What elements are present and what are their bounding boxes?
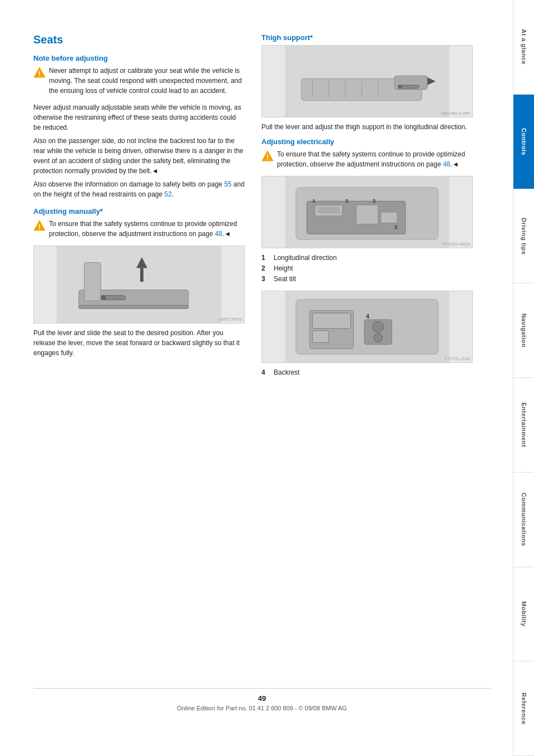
- svg-text:2: 2: [394, 224, 398, 230]
- svg-rect-8: [140, 268, 144, 282]
- thigh-support-heading: Thigh support*: [261, 33, 473, 42]
- right-column: Thigh support*: [261, 33, 473, 677]
- svg-point-17: [398, 85, 402, 89]
- svg-rect-9: [103, 296, 125, 300]
- list-item-3: 3 Seat tilt: [261, 274, 473, 284]
- note-warning-text: Never attempt to adjust or calibrate you…: [49, 66, 245, 96]
- elec-warning-block: ! To ensure that the safety systems cont…: [261, 149, 473, 173]
- backrest-image-watermark: Y7Y7TL-01N: [444, 356, 470, 361]
- note-para3: Also on the passenger side, do not incli…: [33, 136, 245, 176]
- sidebar-tab-mobility[interactable]: Mobility: [513, 567, 534, 662]
- note-para4-suffix: .: [172, 190, 174, 198]
- list-item-1: 1 Longitudinal direction: [261, 253, 473, 263]
- item-2-num: 2: [261, 263, 269, 274]
- link-page-52[interactable]: 52: [165, 190, 172, 198]
- note-para2: Never adjust manually adjustable seats w…: [33, 102, 245, 132]
- svg-rect-16: [400, 85, 419, 89]
- svg-text:!: !: [266, 154, 269, 161]
- svg-rect-11: [79, 305, 189, 308]
- adjusting-manually-heading: Adjusting manually*: [33, 207, 245, 215]
- electric-controls-image: 1 2 3 2 Y7YQG-04Q4: [261, 176, 473, 248]
- backrest-image: 4 Y7Y7TL-01N: [261, 291, 473, 363]
- sidebar: At a glance Controls Driving tips Naviga…: [513, 0, 534, 756]
- image-watermark: 00SC35GS: [220, 317, 242, 322]
- thigh-caption: Pull the lever and adjust the thigh supp…: [261, 122, 473, 132]
- sidebar-tab-reference[interactable]: Reference: [513, 661, 534, 756]
- manual-warning-text: To ensure that the safety systems contin…: [49, 219, 245, 239]
- note-before-adjusting-heading: Note before adjusting: [33, 54, 245, 62]
- svg-rect-6: [84, 263, 101, 301]
- note-para4: Also observe the information on damage t…: [33, 179, 245, 199]
- elec-warning-icon: !: [261, 150, 274, 162]
- svg-text:!: !: [38, 70, 41, 78]
- page-footer: 49 Online Edition for Part no. 01 41 2 6…: [33, 688, 491, 723]
- svg-rect-39: [313, 313, 351, 328]
- link-page-48-manual[interactable]: 48: [215, 230, 222, 238]
- list-item-2: 2 Height: [261, 263, 473, 274]
- svg-rect-29: [318, 207, 339, 213]
- sidebar-tab-at-a-glance[interactable]: At a glance: [513, 0, 534, 95]
- item-2-label: Height: [274, 263, 293, 274]
- page-title: Seats: [33, 33, 245, 46]
- svg-rect-35: [381, 212, 398, 223]
- manual-seat-image: 00SC35GS: [33, 246, 245, 323]
- numbered-list-1-3: 1 Longitudinal direction 2 Height 3 Seat…: [261, 253, 473, 285]
- thigh-image-watermark: 00V.442.2-056: [441, 111, 470, 116]
- svg-text:4: 4: [366, 313, 369, 320]
- svg-rect-40: [313, 330, 329, 342]
- svg-text:2: 2: [373, 198, 376, 204]
- adjusting-electrically-heading: Adjusting electrically: [261, 138, 473, 146]
- controls-image-watermark: Y7YQG-04Q4: [442, 242, 470, 247]
- link-page-55[interactable]: 55: [224, 180, 231, 188]
- item-3-label: Seat tilt: [274, 274, 296, 284]
- footer-text: Online Edition for Part no. 01 41 2 600 …: [177, 705, 347, 711]
- list-item-4: 4 Backrest: [261, 367, 473, 378]
- svg-text:3: 3: [345, 198, 349, 204]
- sidebar-tab-entertainment[interactable]: Entertainment: [513, 378, 534, 473]
- sidebar-tab-navigation[interactable]: Navigation: [513, 283, 534, 378]
- svg-text:1: 1: [313, 198, 316, 204]
- left-column: Seats Note before adjusting ! Never atte…: [33, 33, 245, 677]
- numbered-list-4: 4 Backrest: [261, 367, 473, 378]
- svg-point-44: [374, 333, 383, 342]
- manual-caption: Pull the lever and slide the seat to the…: [33, 328, 245, 358]
- manual-warning-icon: !: [33, 219, 46, 232]
- warning-icon: !: [33, 66, 46, 78]
- link-page-48-elec[interactable]: 48: [443, 160, 450, 168]
- note-warning-block: ! Never attempt to adjust or calibrate y…: [33, 66, 245, 99]
- note-para4-prefix: Also observe the information on damage t…: [33, 180, 224, 188]
- sidebar-tab-driving-tips[interactable]: Driving tips: [513, 189, 534, 284]
- svg-rect-34: [356, 205, 378, 224]
- svg-rect-4: [57, 246, 221, 323]
- page-number: 49: [33, 694, 491, 703]
- svg-text:!: !: [38, 223, 41, 231]
- item-4-num: 4: [261, 367, 269, 378]
- item-4-label: Backrest: [274, 367, 300, 378]
- manual-warning-block: ! To ensure that the safety systems cont…: [33, 219, 245, 242]
- thigh-support-image: 00V.442.2-056: [261, 45, 473, 117]
- sidebar-tab-communications[interactable]: Communications: [513, 473, 534, 567]
- item-1-label: Longitudinal direction: [274, 253, 337, 263]
- item-1-num: 1: [261, 253, 269, 263]
- svg-point-10: [101, 295, 106, 301]
- sidebar-tab-controls[interactable]: Controls: [513, 95, 534, 189]
- item-3-num: 3: [261, 274, 269, 284]
- svg-point-43: [373, 321, 384, 332]
- elec-warning-text: To ensure that the safety systems contin…: [277, 149, 473, 169]
